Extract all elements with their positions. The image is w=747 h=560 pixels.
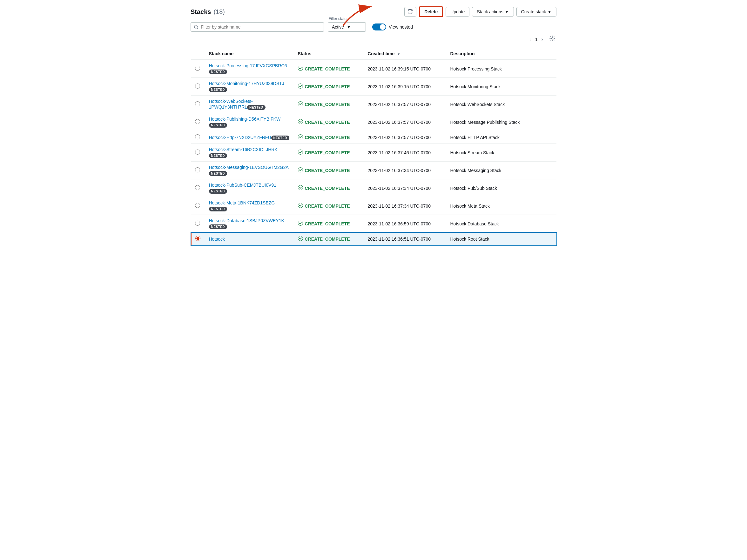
- svg-point-3: [552, 38, 553, 39]
- row-description-cell: Hotsock Message Publishing Stack: [446, 113, 557, 131]
- row-name-cell: Hotsock-WebSockets-1PWQ1Y3NTH7RLNESTED: [205, 96, 294, 113]
- row-description-cell: Hotsock Root Stack: [446, 233, 557, 245]
- status-check-icon: [298, 150, 303, 156]
- search-box[interactable]: [190, 22, 324, 32]
- table-row[interactable]: Hotsock-Processing-17JFVXGSPBRC6NESTEDCR…: [191, 60, 557, 78]
- stack-link[interactable]: Hotsock-Monitoring-17HYUZ339DSTJ: [209, 81, 284, 86]
- row-radio-input[interactable]: [195, 119, 200, 124]
- prev-page-button[interactable]: ‹: [527, 35, 534, 44]
- th-status[interactable]: Status: [294, 48, 364, 60]
- stack-link[interactable]: Hotsock-Processing-17JFVXGSPBRC6: [209, 63, 287, 68]
- row-radio-input[interactable]: [195, 66, 200, 71]
- svg-point-12: [298, 203, 303, 208]
- row-name-cell: Hotsock-Http-7NXD2UYZFNFUNESTED: [205, 131, 294, 144]
- row-radio-input[interactable]: [195, 203, 200, 208]
- next-page-button[interactable]: ›: [539, 35, 546, 44]
- status-value: CREATE_COMPLETE: [298, 185, 360, 191]
- chevron-down-icon: ▼: [346, 24, 351, 29]
- row-radio-input[interactable]: [195, 150, 200, 155]
- row-created-cell: 2023-11-02 16:37:57 UTC-0700: [364, 96, 446, 113]
- nested-badge: NESTED: [247, 105, 265, 110]
- page-navigation: ‹ 1 ›: [527, 35, 546, 44]
- stack-link[interactable]: Hotsock-Publishing-D56XITYBIFKW: [209, 116, 281, 122]
- stack-link[interactable]: Hotsock-PubSub-CEMJTBUI0V91: [209, 183, 276, 188]
- table-row[interactable]: Hotsock-PubSub-CEMJTBUI0V91NESTEDCREATE_…: [191, 179, 557, 197]
- row-created-cell: 2023-11-02 16:39:15 UTC-0700: [364, 78, 446, 96]
- stack-link[interactable]: Hotsock-WebSockets-1PWQ1Y3NTH7RL: [209, 99, 253, 109]
- row-description-cell: Hotsock Stream Stack: [446, 144, 557, 162]
- view-nested-toggle[interactable]: [372, 24, 386, 30]
- th-checkbox: [191, 48, 205, 60]
- row-status-cell: CREATE_COMPLETE: [294, 233, 364, 245]
- row-name-cell: Hotsock-PubSub-CEMJTBUI0V91NESTED: [205, 179, 294, 197]
- svg-point-6: [298, 102, 303, 106]
- status-value: CREATE_COMPLETE: [298, 150, 360, 156]
- row-status-cell: CREATE_COMPLETE: [294, 78, 364, 96]
- row-description-cell: Hotsock Meta Stack: [446, 197, 557, 215]
- stack-link[interactable]: Hotsock-Messaging-1EVSOUGTM2G2A: [209, 165, 289, 170]
- table-row[interactable]: Hotsock-Http-7NXD2UYZFNFUNESTEDCREATE_CO…: [191, 131, 557, 144]
- row-radio-cell: [191, 144, 205, 162]
- table-row[interactable]: Hotsock-Monitoring-17HYUZ339DSTJNESTEDCR…: [191, 78, 557, 96]
- status-check-icon: [298, 83, 303, 89]
- row-description-cell: Hotsock WebSockets Stack: [446, 96, 557, 113]
- row-radio-input[interactable]: [195, 101, 200, 106]
- nested-badge: NESTED: [209, 171, 227, 176]
- stack-actions-button[interactable]: Stack actions ▼: [472, 7, 514, 17]
- stack-link[interactable]: Hotsock: [209, 237, 225, 242]
- status-check-icon: [298, 221, 303, 227]
- refresh-button[interactable]: [404, 7, 416, 17]
- row-radio-cell: [191, 96, 205, 113]
- stack-link[interactable]: Hotsock-Http-7NXD2UYZFNFU: [209, 135, 271, 140]
- status-filter-select[interactable]: Active ▼: [328, 22, 366, 32]
- row-radio-input[interactable]: [195, 167, 200, 172]
- th-created-time[interactable]: Created time ▼: [364, 48, 446, 60]
- row-status-cell: CREATE_COMPLETE: [294, 96, 364, 113]
- row-description-cell: Hotsock Messaging Stack: [446, 162, 557, 179]
- status-value: CREATE_COMPLETE: [298, 221, 360, 227]
- table-row[interactable]: HotsockCREATE_COMPLETE2023-11-02 16:36:5…: [191, 233, 557, 245]
- stack-link[interactable]: Hotsock-Meta-1BNK74ZD1SEZG: [209, 200, 275, 205]
- status-value: CREATE_COMPLETE: [298, 203, 360, 209]
- table-row[interactable]: Hotsock-Database-1SBJP0ZVWEY1KNESTEDCREA…: [191, 215, 557, 233]
- row-radio-input[interactable]: [195, 185, 200, 190]
- svg-point-10: [298, 168, 303, 172]
- row-created-cell: 2023-11-02 16:37:34 UTC-0700: [364, 179, 446, 197]
- row-status-cell: CREATE_COMPLETE: [294, 197, 364, 215]
- stack-link[interactable]: Hotsock-Database-1SBJP0ZVWEY1K: [209, 218, 284, 223]
- row-name-cell: Hotsock-Publishing-D56XITYBIFKWNESTED: [205, 113, 294, 131]
- table-row[interactable]: Hotsock-Messaging-1EVSOUGTM2G2ANESTEDCRE…: [191, 162, 557, 179]
- row-description-cell: Hotsock Database Stack: [446, 215, 557, 233]
- delete-button[interactable]: Delete: [419, 6, 443, 17]
- svg-point-9: [298, 150, 303, 155]
- table-row[interactable]: Hotsock-Stream-16B2CXIQLJHRKNESTEDCREATE…: [191, 144, 557, 162]
- row-radio-input[interactable]: [195, 83, 200, 88]
- search-input[interactable]: [201, 24, 320, 29]
- table-row[interactable]: Hotsock-WebSockets-1PWQ1Y3NTH7RLNESTEDCR…: [191, 96, 557, 113]
- nested-badge: NESTED: [209, 189, 227, 194]
- table-row[interactable]: Hotsock-Publishing-D56XITYBIFKWNESTEDCRE…: [191, 113, 557, 131]
- row-radio-input[interactable]: [195, 134, 200, 139]
- row-status-cell: CREATE_COMPLETE: [294, 215, 364, 233]
- view-nested-toggle-container: View nested: [372, 24, 413, 30]
- row-radio-cell: [191, 233, 205, 245]
- status-check-icon: [298, 236, 303, 242]
- update-button[interactable]: Update: [445, 7, 469, 17]
- page-header: Stacks (18) Delete Update Stack actions …: [190, 6, 557, 17]
- row-status-cell: CREATE_COMPLETE: [294, 131, 364, 144]
- row-radio-input[interactable]: [195, 236, 200, 241]
- stack-link[interactable]: Hotsock-Stream-16B2CXIQLJHRK: [209, 147, 278, 152]
- table-row[interactable]: Hotsock-Meta-1BNK74ZD1SEZGNESTEDCREATE_C…: [191, 197, 557, 215]
- th-stack-name[interactable]: Stack name: [205, 48, 294, 60]
- row-status-cell: CREATE_COMPLETE: [294, 113, 364, 131]
- create-stack-button[interactable]: Create stack ▼: [516, 7, 557, 17]
- column-settings-button[interactable]: [548, 34, 557, 44]
- row-radio-input[interactable]: [195, 221, 200, 226]
- search-icon: [194, 25, 198, 29]
- row-radio-cell: [191, 215, 205, 233]
- status-value: CREATE_COMPLETE: [298, 236, 360, 242]
- row-status-cell: CREATE_COMPLETE: [294, 162, 364, 179]
- sort-icon: ▼: [397, 52, 400, 56]
- row-created-cell: 2023-11-02 16:39:15 UTC-0700: [364, 60, 446, 78]
- status-value: CREATE_COMPLETE: [298, 119, 360, 125]
